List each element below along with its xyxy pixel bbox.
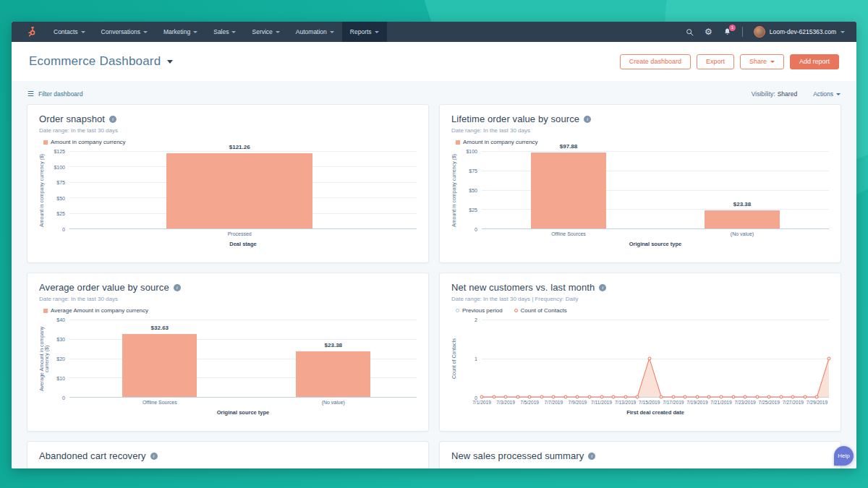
data-point-marker[interactable] [552,395,556,399]
data-point-marker[interactable] [600,395,603,399]
data-point-marker[interactable] [576,395,579,399]
data-point-marker[interactable] [767,395,771,399]
data-point-marker[interactable] [815,395,819,399]
data-point-marker[interactable] [744,395,747,399]
data-point-marker[interactable] [803,395,807,399]
data-point-marker[interactable] [587,395,591,399]
info-icon[interactable]: i [109,116,116,123]
data-point-marker[interactable] [624,395,627,399]
filter-lines-icon: ☰ [27,90,34,98]
data-point-marker[interactable] [492,395,495,399]
x-tick-label: Processed [228,231,252,236]
y-tick-label: 1 [475,356,477,361]
chevron-down-icon [193,31,197,33]
chart-plot-area: $121.26 [69,151,417,229]
bar-value-label: $121.26 [229,144,250,150]
y-tick-label: $75 [469,168,477,174]
legend-marker [43,309,48,313]
data-point-marker[interactable] [660,395,663,399]
info-icon[interactable]: i [174,284,181,291]
bar[interactable] [166,153,312,228]
data-point-marker[interactable] [480,395,484,399]
info-icon[interactable]: i [599,284,606,291]
data-point-marker[interactable] [612,395,616,399]
visibility-label: Visibility: [752,90,775,98]
nav-item-sales[interactable]: Sales [205,22,244,42]
search-icon[interactable] [686,28,694,36]
notifications-bell-icon[interactable]: 1 [723,27,731,36]
notification-badge: 1 [729,25,736,31]
hubspot-logo[interactable] [12,22,46,42]
bar[interactable] [296,351,370,397]
nav-item-contacts[interactable]: Contacts [46,22,93,42]
data-point-marker[interactable] [647,356,651,360]
data-point-marker[interactable] [528,395,532,399]
panel-title: Lifetime order value by source [451,114,579,124]
data-point-marker[interactable] [504,395,508,399]
x-axis-title: Deal stage [69,241,417,247]
nav-item-marketing[interactable]: Marketing [156,22,205,42]
bar[interactable] [705,210,779,228]
data-point-marker[interactable] [563,395,567,399]
nav-item-automation[interactable]: Automation [288,22,342,42]
add-report-button[interactable]: Add report [790,54,839,69]
x-tick-label: Offline Sources [551,231,586,236]
help-button[interactable]: Help [834,446,854,466]
chevron-down-icon [330,31,334,33]
data-point-marker[interactable] [779,395,783,399]
legend-marker [456,140,460,145]
legend-item: Count of Contacts [514,307,567,314]
x-tick-label: 7/13/2019 [615,400,636,405]
data-point-marker[interactable] [755,395,759,399]
data-point-marker[interactable] [827,356,831,360]
create-dashboard-button[interactable]: Create dashboard [620,54,691,69]
avatar [754,26,765,38]
dashboard-body: ☰ Filter dashboard Visibility:Shared Act… [12,81,856,468]
export-button[interactable]: Export [697,54,734,69]
data-point-marker[interactable] [695,395,699,399]
x-tick-label: 7/1/2019 [472,400,491,405]
bar-value-label: $23.38 [325,342,342,348]
info-icon[interactable]: i [150,453,158,460]
data-point-marker[interactable] [720,395,723,399]
actions-menu-button[interactable]: Actions [813,90,841,98]
panel-title: Average order value by source [39,282,169,293]
chart-legend: Average Amount in company currency [39,307,417,314]
desktop-background: ContactsConversationsMarketingSalesServi… [0,0,868,488]
x-tick-label: 7/5/2019 [520,400,539,405]
data-point-marker[interactable] [540,395,543,399]
y-tick-label: $50 [469,188,477,193]
account-menu[interactable]: Loom-dev-6215363.com [754,26,845,38]
y-tick-label: 0 [62,395,65,401]
data-point-marker[interactable] [671,395,675,399]
nav-divider [742,27,743,37]
bar[interactable] [531,153,605,228]
panel-date-range: Date range: In the last 30 days [39,296,417,302]
y-axis: $40$30$20$100 [48,320,69,398]
data-point-marker[interactable] [707,395,711,399]
data-point-marker[interactable] [684,395,687,399]
info-icon[interactable]: i [584,116,591,123]
dashboard-selector-caret-icon[interactable] [167,60,173,64]
share-button[interactable]: Share [740,54,784,69]
y-tick-label: $10 [56,376,65,381]
data-point-marker[interactable] [791,395,795,399]
y-axis-title: Amount in company currency ($) [451,151,460,229]
nav-item-reports[interactable]: Reports [342,22,387,42]
settings-gear-icon[interactable]: ⚙ [705,27,712,36]
panel-date-range: Date range: In the last 30 days | Freque… [451,296,829,302]
data-point-marker[interactable] [516,395,519,399]
data-point-marker[interactable] [731,395,735,399]
bar[interactable] [122,334,197,397]
line-chart: Count of Contacts 210 7/1/20197/3/20197/… [451,320,829,416]
top-navigation: ContactsConversationsMarketingSalesServi… [12,22,856,42]
dashboard-header: Ecommerce Dashboard Create dashboard Exp… [12,42,856,81]
nav-item-service[interactable]: Service [244,22,287,42]
info-icon[interactable]: i [588,453,595,460]
gridline [69,320,417,320]
chevron-down-icon [81,31,85,33]
data-point-marker[interactable] [636,395,639,399]
filter-dashboard-button[interactable]: ☰ Filter dashboard [27,90,82,98]
nav-item-label: Sales [213,28,229,35]
nav-item-conversations[interactable]: Conversations [93,22,156,42]
